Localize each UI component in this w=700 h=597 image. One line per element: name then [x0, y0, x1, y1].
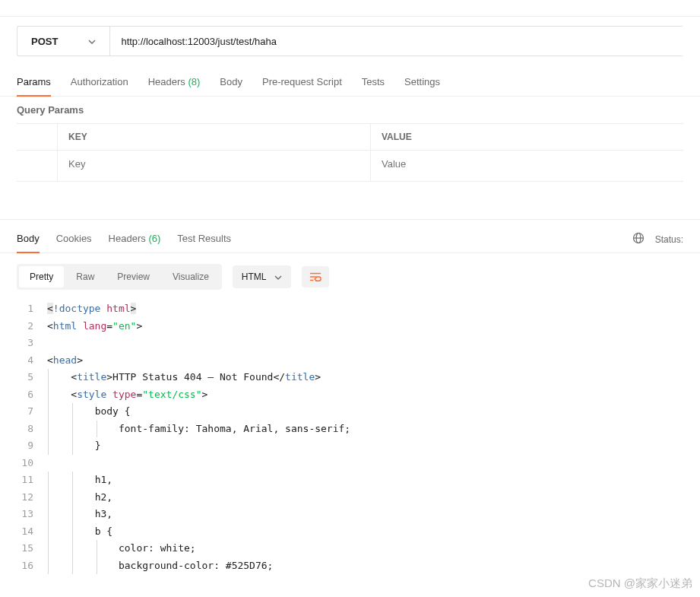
view-tab-pretty[interactable]: Pretty	[19, 266, 64, 287]
tab-settings[interactable]: Settings	[404, 76, 440, 96]
code-line: 4<head>	[17, 352, 683, 370]
table-checkbox-cell[interactable]	[17, 151, 58, 181]
view-mode-tabs: Pretty Raw Preview Visualize	[17, 264, 222, 290]
wrap-icon	[309, 272, 321, 282]
code-line: 6 <style type="text/css">	[17, 386, 683, 404]
tab-headers-label: Headers	[148, 76, 185, 87]
code-content: <style type="text/css">	[47, 386, 207, 404]
tab-tests[interactable]: Tests	[362, 76, 385, 96]
param-key-input[interactable]	[58, 151, 370, 177]
response-view-controls: Pretty Raw Preview Visualize HTML	[0, 253, 700, 300]
table-checkbox-header	[17, 124, 58, 150]
tab-headers[interactable]: Headers (8)	[148, 76, 201, 96]
tab-headers-count: (8)	[188, 76, 200, 87]
query-params-table: KEY VALUE	[17, 123, 683, 182]
response-header: Body Cookies Headers (6) Test Results St…	[0, 220, 700, 253]
code-content: font-family: Tahoma, Arial, sans-serif;	[47, 421, 350, 438]
query-params-title: Query Params	[0, 97, 700, 123]
line-number: 4	[17, 352, 47, 370]
code-line: 9 }	[17, 437, 683, 455]
response-tab-headers[interactable]: Headers (6)	[109, 233, 161, 252]
line-number: 9	[17, 437, 47, 455]
tab-authorization[interactable]: Authorization	[71, 76, 128, 96]
view-tab-visualize[interactable]: Visualize	[162, 266, 220, 287]
code-line: 11 h1,	[17, 472, 683, 489]
code-content: <title>HTTP Status 404 – Not Found</titl…	[47, 369, 321, 386]
line-number: 3	[17, 335, 47, 352]
format-label: HTML	[242, 272, 267, 282]
code-line: 8 font-family: Tahoma, Arial, sans-serif…	[17, 421, 683, 438]
response-tab-test-results[interactable]: Test Results	[177, 233, 231, 252]
tab-params[interactable]: Params	[17, 76, 51, 97]
request-bar: POST	[17, 26, 683, 56]
response-tab-headers-count: (6)	[148, 233, 160, 244]
table-key-header: KEY	[58, 124, 371, 150]
tab-prerequest[interactable]: Pre-request Script	[262, 76, 342, 96]
code-line: 1<!doctype html>	[17, 300, 683, 318]
line-number: 5	[17, 369, 47, 386]
response-format-select[interactable]: HTML	[233, 265, 291, 288]
request-tabs: Params Authorization Headers (8) Body Pr…	[0, 62, 700, 97]
line-number: 13	[17, 506, 47, 523]
code-content: color: white;	[47, 540, 196, 557]
line-number: 14	[17, 523, 47, 541]
line-number: 15	[17, 540, 47, 557]
line-number: 6	[17, 386, 47, 404]
param-value-input[interactable]	[371, 151, 683, 177]
code-line: 7 body {	[17, 403, 683, 421]
response-tab-headers-label: Headers	[109, 233, 146, 244]
view-tab-raw[interactable]: Raw	[65, 266, 105, 287]
code-line: 2<html lang="en">	[17, 318, 683, 335]
line-number: 8	[17, 421, 47, 438]
table-row	[17, 151, 683, 181]
code-line: 3	[17, 335, 683, 352]
chevron-down-icon	[88, 37, 96, 46]
http-method-label: POST	[31, 36, 58, 47]
line-number: 12	[17, 489, 47, 506]
view-tab-preview[interactable]: Preview	[106, 266, 160, 287]
code-line: 12 h2,	[17, 489, 683, 506]
line-number: 10	[17, 455, 47, 472]
table-header-row: KEY VALUE	[17, 124, 683, 151]
code-content: body {	[47, 403, 131, 421]
code-line: 16 background-color: #525D76;	[17, 557, 683, 575]
line-number: 1	[17, 300, 47, 318]
response-tab-cookies[interactable]: Cookies	[56, 233, 92, 252]
code-content: <html lang="en">	[47, 318, 142, 335]
code-content: background-color: #525D76;	[47, 557, 273, 575]
section-gap	[0, 182, 700, 220]
code-content: h3,	[47, 506, 112, 523]
globe-icon[interactable]	[632, 232, 645, 246]
code-content: }	[47, 437, 100, 455]
code-line: 14 b {	[17, 523, 683, 541]
wrap-lines-button[interactable]	[302, 266, 329, 287]
response-tab-body[interactable]: Body	[17, 233, 40, 253]
chevron-down-icon	[274, 272, 282, 282]
code-line: 15 color: white;	[17, 540, 683, 557]
code-line: 10	[17, 455, 683, 472]
response-meta: Status:	[632, 232, 683, 252]
http-method-select[interactable]: POST	[17, 27, 110, 56]
tab-body[interactable]: Body	[220, 76, 242, 96]
code-line: 5 <title>HTTP Status 404 – Not Found</ti…	[17, 369, 683, 386]
code-content: <!doctype html>	[47, 300, 136, 318]
code-content: b {	[47, 523, 112, 541]
response-tabs: Body Cookies Headers (6) Test Results	[17, 233, 231, 252]
line-number: 7	[17, 403, 47, 421]
code-line: 13 h3,	[17, 506, 683, 523]
line-number: 2	[17, 318, 47, 335]
table-value-header: VALUE	[371, 124, 683, 150]
line-number: 16	[17, 557, 47, 575]
code-content: h1,	[47, 472, 112, 489]
code-content: h2,	[47, 489, 112, 506]
response-body-code[interactable]: 1<!doctype html>2<html lang="en">34<head…	[0, 300, 700, 582]
status-label: Status:	[655, 234, 683, 245]
top-divider	[0, 0, 700, 17]
line-number: 11	[17, 472, 47, 489]
request-url-input[interactable]	[110, 27, 683, 56]
code-content: <head>	[47, 352, 83, 370]
